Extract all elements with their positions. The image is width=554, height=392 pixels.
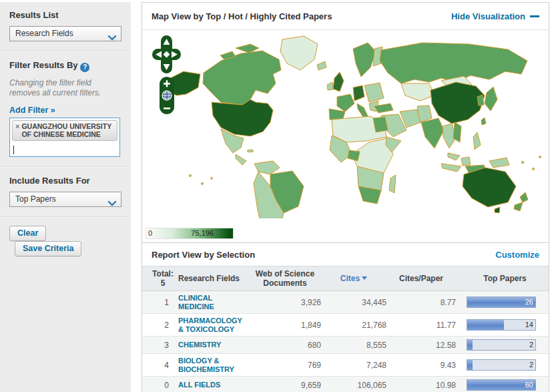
filter-by-label: Filter Results By ? [9,60,121,72]
results-list-label: Results List [9,10,121,20]
add-filter-link[interactable]: Add Filter » [9,106,55,115]
results-list-section: Results List Research Fields [0,2,131,51]
report-view-title: Report View by Selection [152,250,255,260]
sort-desc-icon [362,276,367,280]
field-link[interactable]: CHEMISTRY [178,341,245,349]
cell-documents: 9,659 [249,381,321,390]
cell-documents: 3,926 [249,298,321,307]
column-header-total: Total: 5 [148,269,178,288]
cell-documents: 769 [249,361,321,370]
field-link[interactable]: BIOLOGY & BIOCHEMISTRY [178,357,245,373]
cell-rank: 3 [148,341,178,350]
zoom-control[interactable] [160,77,174,114]
column-header-documents: Web of Science Documents [249,269,321,288]
chevron-down-icon [107,197,117,207]
report-view-header: Report View by Selection Customize [142,243,549,266]
column-header-cites[interactable]: Cites [321,274,386,283]
filter-chip: × GUANGZHOU UNIVERSITY OF CHINESE MEDICI… [12,120,117,141]
cell-cites: 34,445 [321,298,386,307]
filter-chip-label: GUANGZHOU UNIVERSITY OF CHINESE MEDICINE [21,122,114,138]
cell-rank: 0 [148,381,178,390]
legend-min: 0 [148,229,152,237]
cell-cites: 106,065 [321,381,386,390]
bar-value: 2 [529,361,533,369]
top-papers-bar: 2 [467,359,536,371]
map-visualization: 0 75,196 [142,30,549,243]
cell-rank: 4 [148,361,178,370]
actions-section: Clear Save Criteria [0,218,131,266]
field-link[interactable]: CLINICAL MEDICINE [178,294,245,311]
top-papers-bar: 2 [467,339,536,351]
results-list-select[interactable]: Research Fields [9,26,121,41]
cell-cites-per-paper: 9.43 [386,361,456,370]
bar-value: 60 [525,381,533,389]
table-row: 4 BIOLOGY & BIOCHEMISTRY 769 7,248 9.43 … [142,354,549,377]
map-view-title: Map View by Top / Hot / Highly Cited Pap… [152,11,332,21]
zoom-out-icon [164,108,170,110]
pan-control[interactable] [152,35,181,73]
main-panel: Map View by Top / Hot / Highly Cited Pap… [142,2,549,392]
minus-icon [530,15,539,17]
save-criteria-button[interactable]: Save Criteria [15,241,81,256]
table-row: 0 ALL FIELDS 9,659 106,065 10.98 60 [142,377,549,392]
clear-button[interactable]: Clear [9,226,46,241]
field-link[interactable]: ALL FIELDS [178,381,245,389]
cell-cites-per-paper: 10.98 [386,381,456,390]
chevron-down-icon [107,31,117,41]
column-header-research-fields: Research Fields [178,274,249,283]
cell-cites-per-paper: 11.77 [386,321,456,330]
cell-documents: 680 [249,341,321,350]
bar-value: 2 [529,341,533,349]
sidebar: Results List Research Fields Filter Resu… [0,2,131,392]
map-view-header: Map View by Top / Hot / Highly Cited Pap… [142,3,549,30]
bar-value: 14 [525,321,533,329]
text-caret [13,146,14,154]
cell-rank: 2 [148,321,178,330]
table-header-row: Total: 5 Research Fields Web of Science … [142,266,549,291]
table-row: 3 CHEMISTRY 680 8,555 12.58 2 [142,337,549,354]
cell-cites: 8,555 [321,341,386,350]
cell-rank: 1 [148,298,178,307]
globe-icon [162,91,172,100]
field-link[interactable]: PHARMACOLOGY & TOXICOLOGY [178,317,245,333]
table-row: 2 PHARMACOLOGY & TOXICOLOGY 1,849 21,768… [142,314,549,337]
hide-visualization-link[interactable]: Hide Visualization [451,11,539,21]
cell-cites: 7,248 [321,361,386,370]
top-papers-bar: 26 [467,297,536,308]
customize-link[interactable]: Customize [495,250,539,260]
map-legend: 0 75,196 [146,228,234,239]
results-list-selected-value: Research Fields [15,29,73,38]
column-header-top-papers: Top Papers [456,274,543,283]
top-papers-bar: 60 [467,379,536,391]
help-icon[interactable]: ? [80,63,89,72]
include-results-select[interactable]: Top Papers [9,192,121,207]
include-results-section: Include Results For Top Papers [0,168,131,216]
include-results-label: Include Results For [9,176,121,186]
cell-cites-per-paper: 8.77 [386,298,456,307]
cell-cites: 21,768 [321,321,386,330]
cell-cites-per-paper: 12.58 [386,341,456,350]
cell-documents: 1,849 [249,321,321,330]
world-map [142,31,549,218]
remove-chip-icon[interactable]: × [15,122,19,130]
filter-input[interactable]: × GUANGZHOU UNIVERSITY OF CHINESE MEDICI… [9,118,120,157]
legend-max: 75,196 [191,229,214,237]
top-papers-bar: 14 [467,319,536,331]
filter-note: Changing the filter field removes all cu… [9,78,121,98]
map-controls [152,34,182,116]
bar-value: 26 [525,298,533,306]
include-results-selected-value: Top Papers [15,194,56,204]
table-row: 1 CLINICAL MEDICINE 3,926 34,445 8.77 26 [142,291,549,314]
filter-section: Filter Results By ? Changing the filter … [0,52,131,166]
column-header-cites-per-paper: Cites/Paper [386,274,456,283]
